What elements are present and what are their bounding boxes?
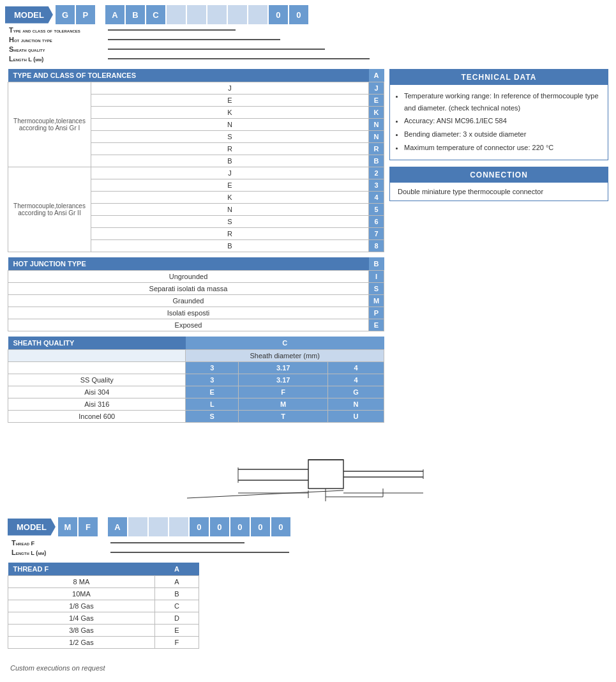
technical-data-box: TECHNICAL DATA Temperature working range…: [389, 69, 608, 160]
tol-code-r2: 7: [369, 228, 384, 240]
sheath-316-l: L: [186, 398, 239, 411]
tol-row-j1: Thermocouple,tolerances according to Ans…: [8, 82, 384, 95]
bottom-section: MODEL M F A 0 0 0 0 0 Thread F Length L …: [5, 517, 611, 674]
tol-type-b1: B: [91, 155, 369, 167]
hj-label-graunded: Graunded: [8, 295, 369, 307]
model-code-0a: 0: [269, 5, 288, 24]
tech-bullet-3: Bending diameter: 3 x outside diameter: [404, 128, 600, 140]
hj-code-ungrounded: I: [369, 271, 384, 283]
sheath-ss-317: 3.17: [239, 374, 328, 386]
thread-code-38gas: E: [154, 625, 199, 637]
thread-table: THREAD F A 8 MA A 10MA B 1/8 Gas C: [8, 563, 199, 649]
tol-code-j2: 2: [369, 167, 384, 179]
tol-type-e1: E: [91, 95, 369, 107]
thread-code-12gas: F: [154, 637, 199, 649]
model-code-bl2: [149, 517, 168, 536]
model-bottom-row: MODEL M F A 0 0 0 0 0: [8, 517, 608, 536]
thread-label-12gas: 1/2 Gas: [8, 637, 155, 649]
sheath-inconel-s: S: [186, 411, 239, 423]
model-code-0c: 0: [190, 517, 209, 536]
right-column: TECHNICAL DATA Temperature working range…: [389, 69, 608, 428]
model-code-0b: 0: [289, 5, 308, 24]
line-thread-bar: [110, 542, 244, 543]
svg-line-7: [187, 490, 343, 498]
sheath-ss-4: 4: [328, 374, 384, 386]
model-code-l2: [187, 5, 206, 24]
hj-label-ungrounded: Ungrounded: [8, 271, 369, 283]
hot-junction-col-b: B: [369, 257, 384, 271]
tol-code-n2: 5: [369, 204, 384, 216]
tol-label-gr2: Thermocouple,tolerances according to Ans…: [8, 167, 91, 252]
tech-bullet-4: Maximum temperature of connector use: 22…: [404, 142, 600, 154]
tol-code-e1: E: [369, 95, 384, 107]
line-tolerances-bar: [108, 29, 236, 31]
sheath-inconel-t: T: [239, 411, 328, 423]
connection-content: Double miniature type thermocouple conne…: [390, 183, 608, 201]
thread-row-8ma: 8 MA A: [8, 576, 199, 588]
thread-col-a: A: [154, 563, 199, 576]
tol-code-j1: J: [369, 82, 384, 95]
line-length2-label: Length L (mm): [11, 549, 110, 556]
model-code-0e: 0: [230, 517, 250, 536]
tech-bullet-1: Temperature working range: In reference …: [404, 90, 600, 114]
line-hot-junction-bar: [108, 39, 280, 40]
model-code-bl1: [128, 517, 147, 536]
line-length2-bar: [110, 552, 289, 553]
technical-data-content: Temperature working range: In reference …: [390, 85, 608, 160]
tol-code-k1: K: [369, 107, 384, 119]
line-hot-junction: Hot junction type: [9, 36, 611, 43]
line-length2: Length L (mm): [11, 549, 608, 556]
sheath-304-e: E: [186, 386, 239, 398]
tech-bullet-2: Accuracy: ANSI MC96.1/IEC 584: [404, 115, 600, 127]
sheath-304-g: G: [328, 386, 384, 398]
model-code-0g: 0: [271, 517, 290, 536]
sheath-sub-header: Sheath diameter (mm): [186, 350, 384, 362]
line-length: Length L (mm): [9, 55, 611, 63]
sheath-inconel-u: U: [328, 411, 384, 423]
model-code-l3: [207, 5, 227, 24]
thread-label-14gas: 1/4 Gas: [8, 612, 155, 625]
line-sheath-bar: [108, 49, 325, 50]
thread-label-38gas: 3/8 Gas: [8, 625, 155, 637]
lines-bottom: Thread F Length L (mm): [11, 539, 608, 556]
model-code-a2: A: [108, 517, 127, 536]
tol-code-r1: R: [369, 143, 384, 155]
model-label-top: MODEL: [5, 6, 53, 24]
sheath-316-n: N: [328, 398, 384, 411]
model-code-bl3: [169, 517, 188, 536]
hj-row-separati: Separati isolati da massa S: [8, 283, 384, 295]
tol-code-s2: 6: [369, 216, 384, 228]
model-code-l5: [248, 5, 267, 24]
tol-type-r2: R: [91, 228, 369, 240]
tol-type-j1: J: [91, 82, 369, 95]
sheath-row-ss: SS Quality 3 3.17 4: [8, 374, 384, 386]
sheath-row-316: Aisi 316 L M N: [8, 398, 384, 411]
thread-row-18gas: 1/8 Gas C: [8, 600, 199, 612]
line-length-bar: [108, 58, 370, 59]
model-code-g: G: [56, 5, 75, 24]
model-code-b: B: [126, 5, 145, 24]
thread-header: THREAD F: [8, 563, 155, 576]
tol-code-k2: 4: [369, 192, 384, 204]
tol-type-j2: J: [91, 167, 369, 179]
model-code-a: A: [105, 5, 124, 24]
thread-row-14gas: 1/4 Gas D: [8, 612, 199, 625]
sheath-col-c: C: [186, 337, 384, 350]
tolerances-header: TYPE AND CLASS OF TOLERANCES: [8, 69, 369, 82]
line-hot-junction-label: Hot junction type: [9, 36, 108, 43]
connection-box: CONNECTION Double miniature type thermoc…: [389, 167, 608, 201]
thread-row-10ma: 10MA B: [8, 588, 199, 600]
hj-row-ungrounded: Ungrounded I: [8, 271, 384, 283]
model-code-c: C: [146, 5, 165, 24]
hj-row-exposed: Exposed E: [8, 319, 384, 331]
tol-code-s1: N: [369, 131, 384, 143]
thread-code-18gas: C: [154, 600, 199, 612]
thread-label-10ma: 10MA: [8, 588, 155, 600]
tol-type-b2: B: [91, 240, 369, 252]
hj-row-graunded: Graunded M: [8, 295, 384, 307]
lines-top: Type and class of tolerances Hot junctio…: [9, 26, 611, 63]
hot-junction-table: HOT JUNCTION TYPE B Ungrounded I Separat…: [8, 257, 384, 331]
tol-code-n1: N: [369, 119, 384, 131]
model-code-f: F: [79, 517, 98, 536]
line-thread-label: Thread F: [11, 539, 110, 547]
